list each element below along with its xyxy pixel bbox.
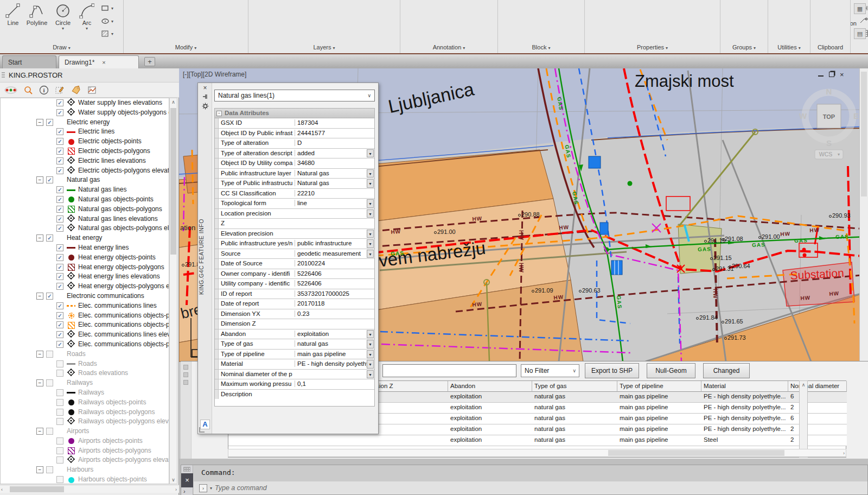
- feature-class-combo[interactable]: Natural gas lines(1) ∨: [214, 90, 375, 101]
- table-column-header[interactable]: Type of pipeline: [617, 381, 701, 392]
- attribute-row[interactable]: Dimension Z: [215, 319, 374, 329]
- tree-checkbox[interactable]: ✓: [56, 196, 63, 203]
- tree-checkbox[interactable]: [56, 389, 63, 396]
- rectangle-button[interactable]: ▾: [101, 4, 113, 12]
- tag-icon[interactable]: [71, 85, 81, 95]
- tree-item-row[interactable]: Roads elevations: [1, 369, 169, 378]
- edit-sketch-icon[interactable]: [55, 85, 65, 95]
- tree-hscroll-thumb[interactable]: [10, 486, 64, 492]
- draw-panel-label[interactable]: Draw ▾: [0, 44, 123, 52]
- tree-checkbox[interactable]: ✓: [56, 312, 63, 319]
- tree-group-row[interactable]: −Roads: [1, 350, 169, 359]
- tree-checkbox[interactable]: ✓: [46, 234, 53, 242]
- scroll-down-icon[interactable]: ∨: [170, 476, 177, 484]
- attribute-row[interactable]: Z: [215, 219, 374, 229]
- new-tab-button[interactable]: +: [144, 57, 155, 66]
- table-vertical-scrollbar[interactable]: ∧ ∨: [799, 380, 808, 458]
- attribute-row[interactable]: ID of report353732017000025: [215, 289, 374, 300]
- viewcube-south[interactable]: S: [826, 138, 832, 148]
- tree-group-row[interactable]: −Airports: [1, 427, 169, 436]
- attribute-row[interactable]: MaterialPE - high density polyethy▼: [215, 359, 374, 370]
- attribute-value[interactable]: 20170118: [295, 300, 373, 307]
- properties-panel-label[interactable]: Properties ▾: [585, 44, 720, 52]
- viewcube-west[interactable]: W: [799, 111, 807, 120]
- tree-item-row[interactable]: ✓Natural gas objects-polygons ele: [1, 224, 169, 233]
- tree-item-row[interactable]: ✓Elec. communications lines eleva: [1, 330, 169, 340]
- tree-checkbox[interactable]: ✓: [56, 206, 63, 213]
- tree-item-row[interactable]: ✓Electric objects-polygons elevatio: [1, 166, 169, 176]
- tree-expander-icon[interactable]: −: [36, 293, 43, 300]
- attribute-row[interactable]: Sourcegeodetic measurement▼: [215, 249, 374, 259]
- dropdown-arrow-icon[interactable]: ▼: [367, 370, 374, 379]
- strip-icon[interactable]: [183, 372, 188, 377]
- attribute-row[interactable]: Object ID by Utility compa34680: [215, 158, 374, 169]
- minimize-icon[interactable]: [818, 72, 824, 77]
- tree-expander-icon[interactable]: −: [36, 351, 43, 358]
- tree-checkbox[interactable]: ✓: [56, 157, 63, 164]
- connection-status-icon[interactable]: [4, 86, 17, 94]
- tree-item-row[interactable]: ✓Natural gas objects-polygons: [1, 205, 169, 214]
- tree-checkbox[interactable]: ✓: [56, 186, 63, 193]
- attribute-row[interactable]: Type of alteration descriptadded▼: [215, 149, 374, 159]
- changed-button[interactable]: Changed: [703, 363, 750, 378]
- command-grip[interactable]: × ›: [181, 465, 193, 495]
- tree-item-row[interactable]: Roads: [1, 359, 169, 369]
- tree-item-row[interactable]: ✓Elec. communications lines: [1, 301, 169, 311]
- tree-checkbox[interactable]: [56, 447, 63, 454]
- tree-checkbox[interactable]: [56, 370, 63, 377]
- dialog-settings-icon[interactable]: [198, 103, 212, 112]
- attribute-value[interactable]: public infrastructure: [295, 240, 373, 246]
- attribute-row[interactable]: Utility company - identific5226406: [215, 279, 374, 289]
- attribute-row[interactable]: Type of Public infrastructuNatural gas▼: [215, 179, 374, 189]
- attribute-value[interactable]: 5226406: [295, 270, 373, 277]
- attribute-row[interactable]: Nominal diameter of the p▼: [215, 370, 374, 380]
- tree-item-row[interactable]: ✓Elec. communications objects-po: [1, 311, 169, 321]
- tree-item-row[interactable]: Railways objects-polygons elevat: [1, 417, 169, 427]
- tree-checkbox[interactable]: ✓: [56, 225, 63, 232]
- attribute-row[interactable]: Dimension YX0.23: [215, 309, 374, 320]
- tree-item-row[interactable]: ✓Heat energy objects-polygons: [1, 263, 169, 272]
- tree-checkbox[interactable]: ✓: [56, 273, 63, 280]
- tree-group-row[interactable]: −✓Heat energy: [1, 233, 169, 243]
- attribute-value[interactable]: main gas pipeline: [295, 351, 373, 357]
- polyline-button[interactable]: Polyline: [24, 3, 50, 26]
- tree-checkbox[interactable]: [56, 418, 63, 425]
- wcs-selector[interactable]: WCS: [819, 151, 833, 157]
- tree-item-row[interactable]: ✓Heat energy objects-polygons ele: [1, 282, 169, 291]
- tree-checkbox[interactable]: ✓: [56, 321, 63, 328]
- attribute-value[interactable]: PE - high density polyethy: [295, 360, 373, 367]
- attribute-value[interactable]: 187304: [295, 119, 373, 126]
- line-button[interactable]: Line: [2, 3, 24, 26]
- attribute-value[interactable]: added: [295, 150, 373, 156]
- tree-checkbox[interactable]: [46, 428, 53, 435]
- close-icon[interactable]: ×: [840, 72, 844, 78]
- tree-vscroll-thumb[interactable]: [170, 108, 176, 255]
- tree-checkbox[interactable]: [56, 399, 63, 406]
- attribute-value[interactable]: geodetic measurement: [295, 250, 373, 257]
- tree-horizontal-scrollbar[interactable]: ‹ ›: [0, 485, 179, 493]
- tree-item-row[interactable]: ✓Heat energy lines elevations: [1, 272, 169, 282]
- tree-group-row[interactable]: −✓Electronic communications: [1, 291, 169, 301]
- tree-group-row[interactable]: −Railways: [1, 378, 169, 388]
- ribbon-gallery-icon[interactable]: ▦: [854, 3, 866, 14]
- attribute-value[interactable]: D: [295, 139, 373, 146]
- table-scroll-right-icon[interactable]: ›: [843, 449, 845, 457]
- tree-checkbox[interactable]: ✓: [56, 138, 63, 145]
- dialog-resize-grip[interactable]: [199, 427, 205, 433]
- strip-icon[interactable]: [183, 365, 188, 370]
- tree-checkbox[interactable]: ✓: [56, 302, 63, 309]
- tree-item-row[interactable]: ✓Heat energy objects-points: [1, 253, 169, 263]
- tree-checkbox[interactable]: ✓: [56, 264, 63, 271]
- table-column-header[interactable]: Nominal diameter: [788, 381, 847, 392]
- attribute-value[interactable]: exploitation: [295, 331, 373, 337]
- command-prompt[interactable]: › ▾ Type a command: [194, 481, 867, 494]
- attribute-value[interactable]: natural gas: [295, 340, 373, 347]
- attribute-row[interactable]: Maximum working pressu0,1: [215, 379, 374, 390]
- tree-vertical-scrollbar[interactable]: ∧ ∨: [169, 98, 177, 484]
- groups-panel-label[interactable]: Groups ▾: [720, 44, 768, 52]
- dropdown-arrow-icon[interactable]: ▼: [367, 330, 374, 339]
- null-geom-button[interactable]: Null-Geom: [647, 363, 695, 378]
- dropdown-arrow-icon[interactable]: ▼: [367, 250, 374, 258]
- attribute-row[interactable]: Elevation precision▼: [215, 229, 374, 239]
- clipboard-panel-label[interactable]: Clipboard: [810, 44, 850, 52]
